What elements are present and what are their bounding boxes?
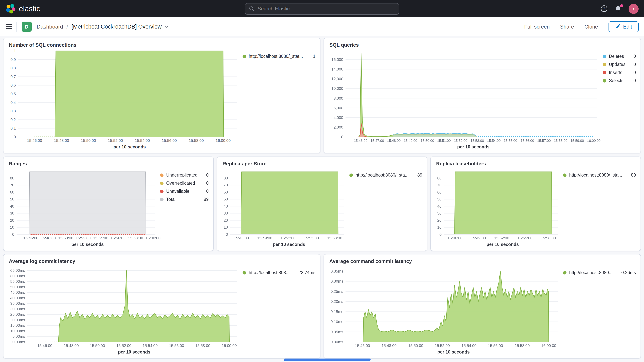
chart-canvas[interactable]: 8070605040302010015:46:0015:49:0015:52:0…: [434, 166, 562, 241]
svg-text:15:56:00: 15:56:00: [169, 344, 184, 348]
elastic-logo[interactable]: elastic: [6, 4, 40, 14]
svg-text:15:48:00: 15:48:00: [64, 344, 79, 348]
chart-canvas[interactable]: 8070605040302010015:46:0015:49:0015:52:0…: [220, 166, 348, 241]
legend-series-dot: [160, 190, 164, 193]
menu-button[interactable]: [6, 22, 16, 32]
legend-value: 1: [310, 54, 316, 58]
x-axis-label: per 10 seconds: [434, 241, 562, 248]
chart-canvas[interactable]: 65.00ms60.00ms55.00ms50.00ms45.00ms40.00…: [6, 264, 241, 349]
search-icon: [249, 6, 254, 11]
legend-value: 0: [630, 62, 636, 67]
chart-canvas[interactable]: 16,00014,00012,00010,0008,0006,0004,0002…: [327, 48, 601, 144]
chart[interactable]: 8070605040302010015:46:0015:49:0015:52:0…: [434, 166, 562, 241]
legend-value: 89: [414, 173, 422, 177]
panel-title[interactable]: Ranges: [4, 157, 213, 166]
svg-text:0.00ms: 0.00ms: [12, 340, 25, 344]
svg-text:15:58:00: 15:58:00: [195, 344, 210, 348]
panel-sql-queries[interactable]: SQL queries16,00014,00012,00010,0008,000…: [324, 38, 641, 154]
svg-text:15:58:00: 15:58:00: [128, 236, 143, 240]
svg-text:15:50:00: 15:50:00: [420, 139, 434, 143]
panel-title[interactable]: Replica leaseholders: [431, 157, 640, 166]
svg-text:15:58:00: 15:58:00: [327, 236, 342, 240]
svg-text:40.00ms: 40.00ms: [10, 296, 25, 300]
dashboard-app-badge: D: [22, 22, 32, 32]
svg-text:0.00ms: 0.00ms: [330, 340, 343, 344]
chart-canvas[interactable]: 8070605040302010015:46:0015:48:0015:50:0…: [6, 166, 158, 241]
panel-sql-connections[interactable]: Number of SQL connections10.90.80.70.60.…: [3, 38, 320, 154]
panel-title[interactable]: Average log commit latency: [4, 254, 320, 264]
panel-ranges[interactable]: Ranges8070605040302010015:46:0015:48:001…: [3, 156, 214, 251]
chart-area: 8070605040302010015:46:0015:48:0015:50:0…: [6, 166, 158, 248]
chart[interactable]: 16,00014,00012,00010,0008,0006,0004,0002…: [327, 48, 601, 144]
share-button[interactable]: Share: [560, 24, 574, 30]
help-button[interactable]: ?: [600, 5, 608, 12]
svg-text:10: 10: [10, 225, 14, 230]
edit-button[interactable]: Edit: [608, 21, 638, 32]
full-screen-button[interactable]: Full screen: [524, 24, 550, 30]
panel-replicas-per-store[interactable]: Replicas per Store8070605040302010015:46…: [217, 156, 427, 251]
panel-title[interactable]: Number of SQL connections: [4, 38, 320, 48]
svg-text:15:50:00: 15:50:00: [90, 344, 105, 348]
svg-text:40: 40: [437, 204, 442, 208]
chart[interactable]: 8070605040302010015:46:0015:48:0015:50:0…: [6, 166, 158, 241]
chart-canvas[interactable]: 0.35ms0.30ms0.25ms0.20ms0.15ms0.10ms0.05…: [327, 264, 562, 349]
chart[interactable]: 10.90.80.70.60.50.40.30.20.1015:46:0015:…: [6, 48, 241, 144]
legend-item: Underreplicated0: [160, 173, 209, 177]
global-search[interactable]: [245, 3, 399, 14]
svg-text:15:54:00: 15:54:00: [93, 236, 108, 240]
legend-value: 89: [200, 197, 209, 202]
horizontal-scrollbar-thumb[interactable]: [284, 358, 370, 361]
user-avatar[interactable]: r: [628, 4, 638, 14]
chart-area: 65.00ms60.00ms55.00ms50.00ms45.00ms40.00…: [6, 264, 241, 356]
svg-text:15:48:00: 15:48:00: [382, 344, 396, 348]
svg-text:16:00:00: 16:00:00: [146, 236, 160, 240]
legend-value: 22.74ms: [296, 270, 316, 275]
clone-button[interactable]: Clone: [584, 24, 598, 30]
chart[interactable]: 8070605040302010015:46:0015:49:0015:52:0…: [220, 166, 348, 241]
svg-text:15.00ms: 15.00ms: [10, 323, 25, 328]
chart-area: 16,00014,00012,00010,0008,0006,0004,0002…: [327, 48, 601, 151]
legend-label: Updates: [609, 62, 626, 67]
svg-text:0.9: 0.9: [10, 58, 16, 62]
svg-text:15:59:00: 15:59:00: [570, 139, 584, 143]
chart-canvas[interactable]: 10.90.80.70.60.50.40.30.20.1015:46:0015:…: [6, 48, 241, 144]
legend-series-dot: [603, 71, 606, 74]
panel-title[interactable]: SQL queries: [324, 38, 640, 48]
chart-area: 8070605040302010015:46:0015:49:0015:52:0…: [434, 166, 562, 248]
legend-item: Total89: [160, 197, 209, 202]
chart[interactable]: 65.00ms60.00ms55.00ms50.00ms45.00ms40.00…: [6, 264, 241, 349]
legend-value: 0.26ms: [618, 270, 636, 275]
panel-title[interactable]: Replicas per Store: [217, 157, 427, 166]
svg-text:15:50:00: 15:50:00: [81, 138, 96, 143]
legend-label: Underreplicated: [166, 173, 198, 177]
search-input[interactable]: [258, 6, 395, 12]
legend-series-dot: [603, 63, 606, 66]
svg-text:0.05ms: 0.05ms: [330, 330, 343, 334]
chart[interactable]: 0.35ms0.30ms0.25ms0.20ms0.15ms0.10ms0.05…: [327, 264, 562, 349]
kibana-app: elastic ?: [0, 0, 644, 362]
svg-text:20: 20: [10, 218, 14, 222]
panel-avg-command-commit-latency[interactable]: Average command commit latency0.35ms0.30…: [324, 254, 641, 358]
svg-text:30.00ms: 30.00ms: [10, 307, 25, 311]
svg-text:0.20ms: 0.20ms: [330, 299, 343, 304]
legend-series-dot: [160, 182, 164, 185]
panel-replica-leaseholders[interactable]: Replica leaseholders8070605040302010015:…: [430, 156, 641, 251]
chart-legend: http://localhost:8080/_sta...89: [562, 166, 637, 248]
svg-text:55.00ms: 55.00ms: [10, 279, 25, 284]
panel-title[interactable]: Average command commit latency: [324, 254, 640, 264]
page-title[interactable]: [Metricbeat CockroachDB] Overview: [72, 24, 169, 30]
svg-text:15:53:00: 15:53:00: [470, 139, 484, 143]
legend-item: http://localhost:8080...0.26ms: [563, 270, 636, 275]
legend-value: 89: [628, 173, 636, 177]
panel-avg-log-commit-latency[interactable]: Average log commit latency65.00ms60.00ms…: [3, 254, 320, 358]
legend-item: Unavailable0: [160, 189, 209, 194]
notifications-button[interactable]: [615, 5, 622, 12]
dashboard-row: Number of SQL connections10.90.80.70.60.…: [3, 38, 641, 154]
chart-legend: http://localhost:808...22.74ms: [241, 264, 316, 356]
svg-text:15:52:00: 15:52:00: [494, 236, 509, 240]
svg-text:80: 80: [224, 176, 228, 180]
svg-text:16,000: 16,000: [332, 58, 343, 62]
breadcrumb-dashboard-link[interactable]: Dashboard: [37, 24, 63, 30]
avatar-initial: r: [633, 6, 634, 12]
svg-text:20: 20: [224, 218, 228, 222]
